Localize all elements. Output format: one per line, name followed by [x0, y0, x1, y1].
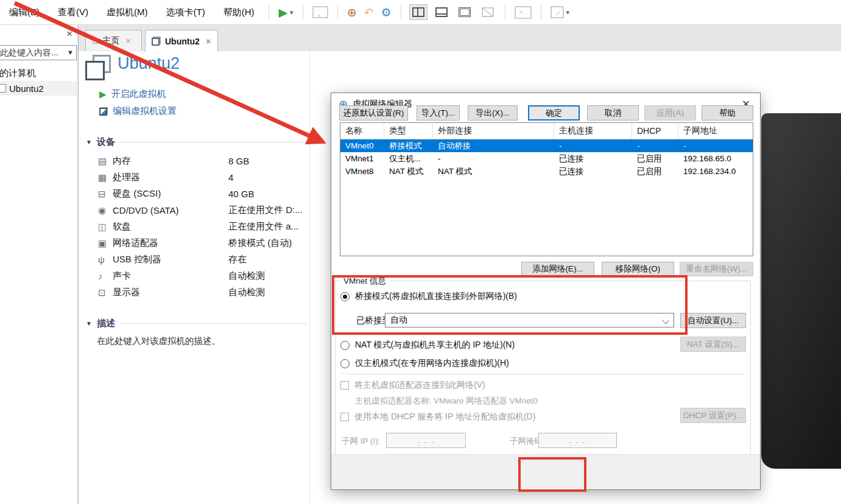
collapse-icon[interactable]: ▼ [86, 320, 92, 327]
tab-home[interactable]: ⌂ 主页 × [85, 30, 142, 51]
device-value: 40 GB [228, 186, 255, 202]
device-row-usb[interactable]: ψUSB 控制器 [98, 251, 161, 268]
tab-bar: ⌂ 主页 × Ubuntu2 × [79, 25, 841, 51]
section-rule [120, 142, 308, 142]
send-ctrl-alt-del-button [312, 6, 328, 18]
chevron-down-icon[interactable]: ▾ [290, 9, 294, 16]
power-on-link[interactable]: ▶ 开启此虚拟机 [99, 88, 166, 100]
device-row-disk[interactable]: ⊟硬盘 (SCSI) [98, 186, 161, 202]
device-row-sound[interactable]: ♪声卡 [98, 268, 131, 284]
cancel-button[interactable]: 取消 [587, 105, 639, 121]
device-row-cdrom[interactable]: ◉CD/DVD (SATA) [98, 202, 179, 219]
separator [340, 374, 745, 374]
toolbar-separator [269, 4, 269, 20]
device-row-cpu[interactable]: ▦处理器 [98, 169, 140, 186]
close-library-icon[interactable]: × [66, 29, 72, 39]
menu-vm[interactable]: 虚拟机(M) [97, 0, 157, 24]
radio-icon[interactable] [340, 341, 350, 350]
menu-view[interactable]: 查看(V) [49, 0, 97, 24]
menu-tabs[interactable]: 选项卡(T) [157, 0, 214, 24]
ok-button[interactable]: 确定 [528, 105, 580, 121]
device-value: 存在 [228, 251, 247, 268]
table-row-vmnet8[interactable]: VMnet8 NAT 模式 NAT 模式 已连接 已启用 192.168.234… [340, 165, 753, 178]
fullscreen-button[interactable] [456, 4, 474, 20]
take-snapshot-button[interactable]: ⊕ [347, 5, 357, 19]
export-button[interactable]: 导出(X)... [468, 105, 518, 121]
device-row-network[interactable]: ▣网络适配器 [98, 235, 158, 251]
dhcp-settings-button: DHCP 设置(P)... [680, 408, 746, 423]
help-button[interactable]: 帮助 [702, 105, 753, 121]
description-section-header[interactable]: ▼ 描述 [86, 318, 308, 329]
menu-help[interactable]: 帮助(H) [214, 0, 264, 24]
free-stretch-button: ↔ ▾ [551, 6, 570, 18]
power-on-button[interactable]: ▶ ▾ [278, 5, 293, 19]
section-rule [120, 323, 308, 324]
floppy-icon: ◫ [98, 222, 113, 233]
table-row-vmnet1[interactable]: VMnet1 仅主机... - 已连接 已启用 192.168.65.0 [340, 152, 753, 165]
description-placeholder[interactable]: 在此处键入对该虚拟机的描述。 [97, 335, 220, 347]
device-value: 自动检测 [228, 268, 265, 284]
checkbox-icon [340, 381, 349, 390]
toolbar-separator [541, 4, 541, 20]
annotation-rect-vmnet-info [332, 275, 688, 335]
vm-icon [0, 84, 6, 93]
host-only-mode-radio[interactable]: 仅主机模式(在专用网络内连接虚拟机)(H) [340, 358, 509, 369]
device-row-floppy[interactable]: ◫软盘 [98, 219, 131, 235]
device-value: 正在使用文件 a... [228, 219, 298, 235]
auto-settings-button[interactable]: 自动设置(U)... [680, 313, 746, 328]
tab-ubuntu2[interactable]: Ubuntu2 × [145, 30, 218, 52]
import-button[interactable]: 导入(T)... [417, 105, 460, 121]
close-tab-icon[interactable]: × [125, 35, 131, 46]
remove-network-button[interactable]: 移除网络(O) [602, 262, 674, 276]
adapter-name-text: 主机虚拟适配器名称: VMware 网络适配器 VMnet0 [355, 396, 538, 407]
checkbox-icon [340, 413, 349, 421]
local-dhcp-checkbox: 使用本地 DHCP 服务将 IP 地址分配给虚拟机(D) [340, 411, 535, 422]
bottom-panel-icon [435, 7, 448, 17]
memory-icon: ▤ [98, 156, 113, 167]
snapshot-manager-button[interactable]: ⚙ [381, 5, 391, 19]
vm-icon [152, 37, 161, 46]
library-sidebar: × 在此处键入内容... ▼ 我的计算机 Ubuntu2 [0, 25, 79, 504]
play-icon: ▶ [99, 89, 107, 100]
collapse-icon[interactable]: ▼ [86, 139, 92, 145]
add-network-button[interactable]: 添加网络(E)... [521, 262, 594, 276]
network-table[interactable]: 名称 类型 外部连接 主机连接 DHCP 子网地址 VMnet0 桥接模式 自动… [340, 122, 753, 256]
search-placeholder: 在此处键入内容... [0, 47, 58, 58]
apply-button: 应用(A) [644, 105, 696, 121]
restore-defaults-button[interactable]: 还原默认设置(R) [339, 105, 408, 121]
dropdown-icon[interactable]: ▼ [67, 49, 74, 56]
usb-icon: ψ [98, 254, 113, 265]
hard-disk-icon: ⊟ [98, 189, 113, 200]
network-adapter-icon: ▣ [98, 238, 113, 249]
devices-section-header[interactable]: ▼ 设备 [86, 136, 308, 148]
table-row-vmnet0[interactable]: VMnet0 桥接模式 自动桥接 - - - [340, 139, 753, 152]
cd-dvd-icon: ◉ [98, 205, 113, 216]
chevron-down-icon: ▾ [566, 9, 570, 16]
tree-item-vm-ubuntu2[interactable]: Ubuntu2 [0, 81, 77, 96]
menu-edit[interactable]: 编辑(E) [0, 0, 49, 24]
nat-mode-radio[interactable]: NAT 模式(与虚拟机共享主机的 IP 地址)(N) [340, 340, 515, 351]
sidebar-panel-icon [412, 7, 424, 17]
device-row-display[interactable]: ⊡显示器 [98, 284, 140, 301]
edit-settings-icon [99, 107, 108, 116]
panel-divider [309, 51, 310, 504]
library-search-input[interactable]: 在此处键入内容... ▼ [0, 45, 77, 60]
tree-item-my-computer[interactable]: 我的计算机 [0, 68, 36, 79]
device-value: 自动检测 [228, 284, 265, 301]
toggle-thumbnail-bar-button[interactable] [432, 4, 451, 20]
close-tab-icon[interactable]: × [206, 36, 211, 46]
toggle-library-button[interactable] [409, 4, 428, 20]
fullscreen-icon [459, 7, 471, 17]
edit-settings-link[interactable]: 编辑虚拟机设置 [99, 105, 177, 117]
subnet-ip-label: 子网 IP (I): [342, 436, 381, 447]
toolbar-separator [401, 4, 401, 20]
table-header-row: 名称 类型 外部连接 主机连接 DHCP 子网地址 [340, 123, 753, 139]
device-row-memory[interactable]: ▤内存 [98, 153, 131, 169]
device-value: 8 GB [228, 153, 249, 169]
device-icon [312, 6, 328, 18]
stretch-icon: ↔ [551, 6, 564, 18]
connect-host-adapter-checkbox: 将主机虚拟适配器连接到此网络(V) [340, 380, 485, 391]
radio-icon[interactable] [340, 359, 350, 368]
toolbar-separator [337, 4, 338, 20]
cpu-icon: ▦ [98, 172, 113, 183]
